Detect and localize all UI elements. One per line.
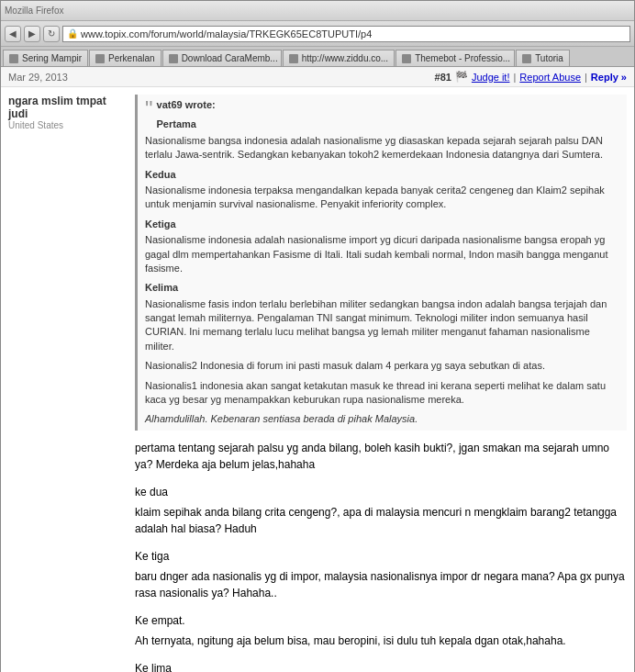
reply-paragraph-3: Ke tiga baru dnger ada nasionalis yg di …: [135, 548, 627, 601]
user-info: ngara mslim tmpat judi United States: [8, 95, 128, 672]
quoted-block: " vat69 wrote: Pertama Nasionalisme bang…: [135, 95, 627, 431]
reply-text-4: Ah ternyata, ngitung aja belum bisa, mau…: [135, 634, 566, 647]
quote-text-7: Nasionalis1 indonesia akan sangat ketaku…: [145, 379, 619, 408]
reply-paragraph-4: Ke empat. Ah ternyata, ngitung aja belum…: [135, 612, 627, 649]
url-text: www.topix.com/forum/world/malaysia/TRKEG…: [81, 28, 372, 39]
reply-paragraph-5: Ke lima ah jdi malas..terserah org begok…: [135, 660, 627, 672]
user-location: United States: [8, 120, 128, 130]
reply-title-2: ke dua: [135, 484, 627, 500]
tab-favicon: [522, 54, 531, 63]
tab-favicon: [289, 54, 298, 63]
quote-text-3: Nasionalisme indonesia adalah nasionalis…: [145, 233, 619, 275]
separator2: |: [585, 72, 587, 83]
quote-mark: ": [145, 98, 153, 120]
username: ngara mslim tmpat judi: [8, 95, 128, 120]
post-actions: #81 🏁 Judge it! | Report Abuse | Reply »: [435, 71, 627, 83]
quote-text-2: Nasionalisme indonesia terpaksa menganda…: [145, 184, 619, 212]
report-link[interactable]: Report Abuse: [519, 72, 581, 83]
reply-paragraph-1: pertama tentang sejarah palsu yg anda bi…: [135, 440, 627, 473]
post-body: ngara mslim tmpat judi United States " v…: [1, 87, 634, 672]
separator: |: [513, 72, 516, 83]
tab-tutoria[interactable]: Tutoria: [516, 50, 570, 66]
tab-label: Themebot - Professio...: [415, 53, 510, 63]
window-title: Mozilla Firefox: [5, 6, 63, 16]
tab-label: Tutoria: [535, 53, 563, 63]
judge-icon: 🏁: [455, 71, 468, 83]
quote-title-5: Kelima: [145, 281, 619, 295]
reply-link[interactable]: Reply »: [591, 72, 627, 83]
tab-ziddu[interactable]: http://www.ziddu.co...: [283, 50, 395, 66]
tab-favicon: [402, 54, 411, 63]
tab-perkenalan[interactable]: Perkenalan: [89, 50, 162, 66]
reply-paragraph-2: ke dua klaim sepihak anda bilang crita c…: [135, 484, 627, 537]
tab-themebot[interactable]: Themebot - Professio...: [395, 50, 515, 66]
post-header: Mar 29, 2013 #81 🏁 Judge it! | Report Ab…: [1, 67, 634, 87]
tab-label: Download CaraMemb...: [182, 53, 278, 63]
judge-link[interactable]: Judge it!: [472, 72, 510, 83]
reply-text-2: klaim sepihak anda bilang crita cengeng?…: [135, 506, 617, 535]
reply-text-1: pertama tentang sejarah palsu yg anda bi…: [135, 442, 609, 471]
refresh-button[interactable]: ↻: [43, 26, 60, 42]
reply-title-4: Ke empat.: [135, 612, 627, 629]
tab-download[interactable]: Download CaraMemb...: [162, 50, 282, 66]
browser-controls: ◀ ▶ ↻ 🔒 www.topix.com/forum/world/malays…: [1, 21, 634, 47]
quote-text-1: Nasionalisme bangsa indonesia adalah nas…: [145, 134, 619, 162]
reply-text: pertama tentang sejarah palsu yg anda bi…: [135, 440, 627, 672]
post-date: Mar 29, 2013: [8, 72, 68, 83]
quote-text-6: Nasionalis2 Indonesia di forum ini pasti…: [145, 359, 619, 373]
reply-text-3: baru dnger ada nasionalis yg di impor, m…: [135, 570, 625, 599]
browser-frame: Mozilla Firefox ◀ ▶ ↻ 🔒 www.topix.com/fo…: [0, 0, 635, 672]
tab-label: Sering Mampir: [22, 53, 82, 63]
tab-label: http://www.ziddu.co...: [302, 53, 389, 63]
tab-label: Perkenalan: [108, 53, 155, 63]
post-number: #81: [435, 72, 451, 83]
page-content: Mar 29, 2013 #81 🏁 Judge it! | Report Ab…: [1, 67, 634, 672]
tab-favicon: [95, 54, 105, 63]
quote-body: vat69 wrote: Pertama Nasionalisme bangsa…: [145, 98, 619, 427]
browser-titlebar: Mozilla Firefox: [1, 1, 634, 21]
tab-favicon: [169, 54, 178, 63]
tab-sering-mampir[interactable]: Sering Mampir: [3, 50, 88, 66]
quote-text-8: Alhamdulillah. Kebenaran sentiasa berada…: [145, 412, 619, 426]
quote-title-1: Pertama: [145, 118, 619, 131]
tab-favicon: [9, 54, 18, 63]
quote-author: vat69 wrote:: [145, 98, 619, 112]
reply-title-5: Ke lima: [135, 660, 627, 672]
reply-title-3: Ke tiga: [135, 548, 627, 565]
tabs-bar: Sering Mampir Perkenalan Download CaraMe…: [1, 47, 634, 67]
back-button[interactable]: ◀: [5, 26, 21, 42]
forward-button[interactable]: ▶: [24, 26, 40, 42]
quote-text-5: Nasionalisme fasis indon terlalu berlebi…: [145, 297, 619, 354]
quote-title-2: Kedua: [145, 168, 619, 182]
address-bar[interactable]: 🔒 www.topix.com/forum/world/malaysia/TRK…: [62, 26, 630, 42]
post-content: " vat69 wrote: Pertama Nasionalisme bang…: [135, 95, 627, 672]
quote-title-3: Ketiga: [145, 218, 619, 231]
lock-icon: 🔒: [67, 28, 78, 39]
